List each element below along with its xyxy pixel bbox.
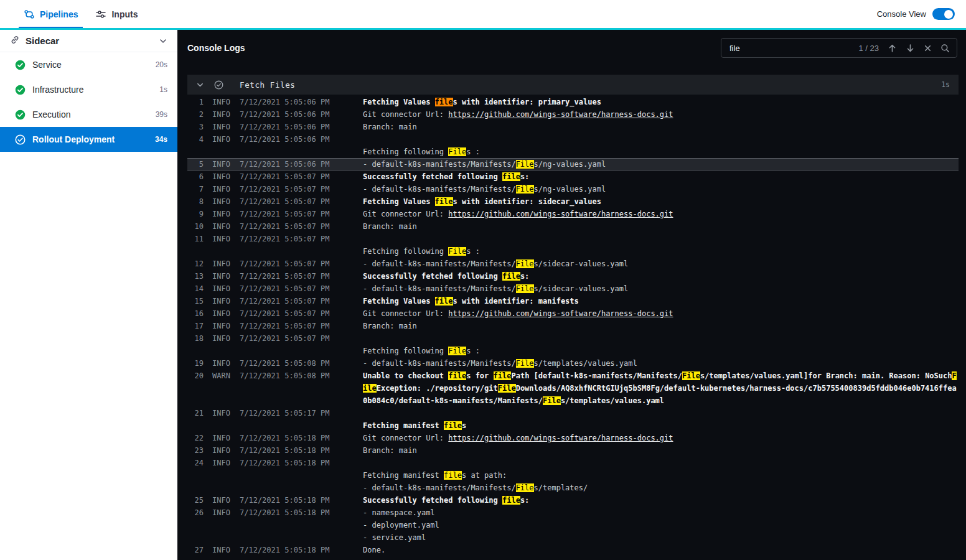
stage-step-list: Service20sInfrastructure1sExecution39sRo… — [0, 52, 177, 152]
log-line: 11INFO7/12/2021 5:05:07 PM — [187, 233, 959, 245]
log-line: 15INFO7/12/2021 5:05:07 PMFetching Value… — [187, 295, 959, 307]
console-view-toggle[interactable] — [932, 8, 955, 20]
log-timestamp: 7/12/2021 5:05:18 PM — [240, 544, 334, 556]
line-number: 15 — [187, 295, 204, 307]
section-duration: 1s — [941, 80, 950, 89]
chevron-down-icon[interactable] — [159, 37, 167, 45]
log-timestamp: 7/12/2021 5:05:07 PM — [240, 282, 334, 295]
log-text: Fetching manifest — [363, 421, 444, 430]
log-timestamp — [240, 469, 334, 482]
log-timestamp: 7/12/2021 5:05:18 PM — [240, 457, 334, 469]
log-message: - default-k8s-manifests/Manifests/Files/… — [363, 158, 959, 170]
search-icon[interactable] — [940, 44, 950, 53]
log-level: INFO — [212, 320, 240, 332]
log-line: 5INFO7/12/2021 5:05:06 PM- default-k8s-m… — [187, 158, 959, 170]
log-line: 4INFO7/12/2021 5:05:06 PM — [187, 133, 959, 146]
previous-match-button[interactable] — [888, 44, 897, 53]
search-highlight: file — [444, 471, 462, 480]
log-message: Branch: main — [363, 320, 959, 332]
log-link[interactable]: https://github.com/wings-software/harnes… — [448, 110, 673, 119]
section-title: Fetch Files — [240, 80, 295, 90]
search-highlight: file — [448, 371, 466, 380]
log-timestamp: 7/12/2021 5:05:18 PM — [240, 506, 334, 519]
log-text: s/sidecar-values.yaml — [534, 259, 629, 268]
search-highlight: File — [516, 160, 534, 169]
log-level: INFO — [212, 220, 240, 233]
log-message: Fetching manifest files — [363, 419, 959, 432]
log-message: - default-k8s-manifests/Manifests/Files/… — [363, 183, 959, 195]
log-text: s/templates/values.yaml — [534, 359, 637, 368]
log-text: s/templates/ — [534, 483, 588, 492]
log-level: INFO — [212, 121, 240, 133]
log-timestamp: 7/12/2021 5:05:07 PM — [240, 195, 334, 208]
log-text: s: — [520, 496, 529, 505]
next-match-button[interactable] — [906, 44, 915, 53]
search-highlight: File — [516, 259, 534, 268]
line-number: 26 — [187, 506, 204, 519]
log-text: s/templates/values.yaml — [561, 396, 664, 405]
log-link[interactable]: https://github.com/wings-software/harnes… — [448, 210, 673, 218]
line-number: 18 — [187, 332, 204, 345]
search-match-count: 1 / 23 — [858, 44, 879, 53]
line-number: 6 — [187, 170, 204, 183]
search-input[interactable] — [728, 43, 850, 54]
log-timestamp: 7/12/2021 5:05:06 PM — [240, 108, 334, 121]
stage-header[interactable]: Sidecar — [0, 30, 177, 52]
sidebar-item-execution[interactable]: Execution39s — [0, 102, 177, 127]
section-success-icon — [214, 80, 223, 90]
sidebar-item-infrastructure[interactable]: Infrastructure1s — [0, 77, 177, 102]
log-text: - default-k8s-manifests/Manifests/ — [363, 483, 516, 492]
sidebar-item-rollout-deployment[interactable]: Rollout Deployment34s — [0, 127, 177, 152]
log-message: - default-k8s-manifests/Manifests/Files/… — [363, 258, 959, 270]
log-message: Git connector Url: https://github.com/wi… — [363, 432, 959, 444]
log-message: - default-k8s-manifests/Manifests/Files/… — [363, 357, 959, 370]
log-line: 20WARN7/12/2021 5:05:08 PMUnable to chec… — [187, 370, 959, 407]
search-highlight: File — [516, 284, 534, 293]
line-number: 4 — [187, 133, 204, 146]
log-text: Fetching Values — [363, 297, 435, 306]
chevron-down-icon[interactable] — [196, 81, 204, 89]
log-body[interactable]: 1INFO7/12/2021 5:05:06 PMFetching Values… — [187, 95, 959, 560]
log-message — [363, 233, 959, 245]
log-text: - service.yaml — [363, 533, 426, 542]
sidebar-item-service[interactable]: Service20s — [0, 52, 177, 77]
log-timestamp — [240, 531, 334, 544]
top-navigation-bar: Pipelines Inputs Console View — [0, 0, 966, 28]
log-text: Unable to checkout — [363, 371, 448, 380]
log-timestamp — [240, 345, 334, 357]
log-text: Git connector Url: — [363, 210, 448, 218]
search-highlight: File — [516, 359, 534, 368]
log-timestamp: 7/12/2021 5:05:07 PM — [240, 233, 334, 245]
tab-inputs[interactable]: Inputs — [87, 0, 146, 28]
search-highlight: file — [435, 297, 453, 306]
log-line: - deployment.yaml — [187, 519, 959, 531]
status-success-icon — [15, 60, 26, 70]
line-number: 25 — [187, 494, 204, 506]
log-level — [212, 482, 240, 494]
log-text: Fetching following — [363, 147, 448, 156]
log-level: INFO — [212, 195, 240, 208]
log-text: - default-k8s-manifests/Manifests/ — [363, 185, 516, 194]
log-text: s for — [466, 371, 493, 380]
log-message: Successfully fetched following files: — [363, 494, 959, 506]
log-level: INFO — [212, 133, 240, 146]
step-duration: 34s — [155, 135, 167, 144]
line-number: 5 — [187, 158, 204, 170]
log-message: Successfully fetched following files: — [363, 270, 959, 282]
step-label: Execution — [32, 110, 70, 119]
log-level: INFO — [212, 183, 240, 195]
log-line: 8INFO7/12/2021 5:05:07 PMFetching Values… — [187, 195, 959, 208]
step-duration: 20s — [156, 60, 167, 69]
log-link[interactable]: https://github.com/wings-software/harnes… — [448, 309, 673, 318]
log-search-box: 1 / 23 — [721, 38, 957, 58]
log-section-fetch-files[interactable]: Fetch Files 1s — [187, 75, 959, 95]
log-level: INFO — [212, 270, 240, 282]
line-number: 1 — [187, 96, 204, 108]
log-link[interactable]: https://github.com/wings-software/harnes… — [448, 434, 673, 442]
log-line: 18INFO7/12/2021 5:05:07 PM — [187, 332, 959, 345]
clear-search-button[interactable] — [924, 44, 932, 52]
log-text: s at path: — [462, 471, 507, 480]
log-text: Successfully fetched following — [363, 496, 502, 505]
log-line: 23INFO7/12/2021 5:05:18 PMBranch: main — [187, 444, 959, 457]
tab-pipelines[interactable]: Pipelines — [15, 0, 87, 28]
